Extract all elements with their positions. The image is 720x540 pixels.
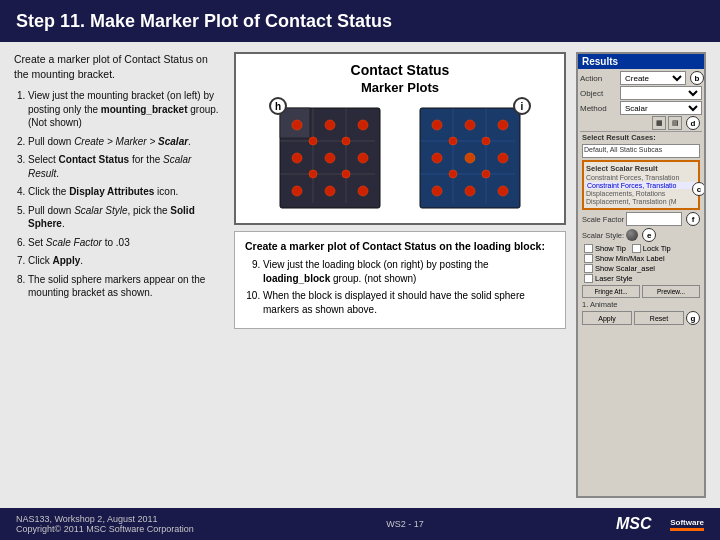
svg-point-35 xyxy=(449,170,457,178)
svg-point-13 xyxy=(325,186,335,196)
svg-point-17 xyxy=(309,170,317,178)
results-inner: Action Create b Object xyxy=(578,69,704,329)
label-e: e xyxy=(642,228,656,242)
svg-point-24 xyxy=(432,120,442,130)
checkbox-show-tip: Show Tip Lock Tip xyxy=(584,244,698,253)
scalar-asel-label: Show Scalar_asel xyxy=(595,264,655,273)
intro-text: Create a marker plot of Contact Status o… xyxy=(14,52,224,81)
scalar-result-1: Constraint Forces, Translation xyxy=(586,174,696,181)
laser-label: Laser Style xyxy=(595,274,633,283)
scalar-style-label: Scalar Style: xyxy=(582,231,624,240)
svg-point-16 xyxy=(342,137,350,145)
method-row: Method Scalar xyxy=(580,101,702,115)
left-column: Create a marker plot of Contact Status o… xyxy=(14,52,224,498)
svg-point-11 xyxy=(358,153,368,163)
label-b: b xyxy=(690,71,704,85)
content-area: Create a marker plot of Contact Status o… xyxy=(0,42,720,508)
svg-point-15 xyxy=(309,137,317,145)
scalar-result-4: Displacement, Translation (M xyxy=(586,198,696,205)
show-tip-checkbox[interactable] xyxy=(584,244,593,253)
panel-title: Results xyxy=(578,54,704,69)
method-select[interactable]: Scalar xyxy=(620,101,702,115)
sphere-icon xyxy=(626,229,638,241)
svg-point-14 xyxy=(358,186,368,196)
fringe-att-btn[interactable]: Fringe Att... xyxy=(582,285,640,298)
step-g: Click Apply. xyxy=(28,254,224,268)
action-row: Action Create b xyxy=(580,71,702,85)
scalar-asel-checkbox[interactable] xyxy=(584,264,593,273)
svg-point-27 xyxy=(432,153,442,163)
svg-point-28 xyxy=(465,153,475,163)
apply-btn[interactable]: Apply xyxy=(582,311,632,325)
icon-row: ▦ ▤ d xyxy=(580,116,702,130)
method-label: Method xyxy=(580,104,620,113)
svg-point-34 xyxy=(482,137,490,145)
object-label: Object xyxy=(580,89,620,98)
software-text: Software xyxy=(670,518,704,527)
center-column: Contact Status Marker Plots h xyxy=(234,52,566,498)
right-bracket: i xyxy=(415,103,525,215)
svg-point-33 xyxy=(449,137,457,145)
step-d: Click the Display Attributes icon. xyxy=(28,185,224,199)
scalar-result-box: Select Scalar Result Constraint Forces, … xyxy=(582,160,700,210)
step-i: View just the loading block (on right) b… xyxy=(263,258,555,285)
footer-line1: NAS133, Workshop 2, August 2011 xyxy=(16,514,194,524)
result-cases-value[interactable]: Default, All Static Subcas xyxy=(582,144,700,158)
steps-list: View just the mounting bracket (on left)… xyxy=(14,89,224,300)
footer-center: WS2 - 17 xyxy=(386,519,424,529)
laser-checkbox[interactable] xyxy=(584,274,593,283)
action-label: Action xyxy=(580,74,620,83)
marker-images: h xyxy=(244,103,556,215)
contact-status-box: Contact Status Marker Plots h xyxy=(234,52,566,225)
scalar-result-2[interactable]: Constraint Forces, Translatio xyxy=(586,182,696,189)
sphere-row: Scalar Style: e xyxy=(582,228,700,242)
lower-intro: Create a marker plot of Contact Status o… xyxy=(245,240,555,252)
lower-steps: View just the loading block (on right) b… xyxy=(245,258,555,316)
logo-bar xyxy=(670,528,704,531)
svg-point-32 xyxy=(498,186,508,196)
page-title: Step 11. Make Marker Plot of Contact Sta… xyxy=(16,11,392,32)
svg-point-9 xyxy=(292,153,302,163)
msc-logo-text: MSC xyxy=(616,511,666,538)
svg-point-29 xyxy=(498,153,508,163)
step-j: When the block is displayed it should ha… xyxy=(263,289,555,316)
minmax-label: Show Min/Max Label xyxy=(595,254,665,263)
lock-tip-checkbox[interactable] xyxy=(632,244,641,253)
display-icon-2[interactable]: ▤ xyxy=(668,116,682,130)
object-select[interactable] xyxy=(620,86,702,100)
animate-label: 1. Animate xyxy=(582,300,700,309)
scale-factor-input[interactable]: 0.31 xyxy=(626,212,682,226)
label-i: i xyxy=(513,97,531,115)
scale-factor-row: Scale Factor 0.31 f xyxy=(582,212,700,226)
svg-point-7 xyxy=(325,120,335,130)
scalar-result-title: Select Scalar Result xyxy=(586,164,696,173)
label-h: h xyxy=(269,97,287,115)
label-c: c xyxy=(692,182,706,196)
checkboxes-section: Show Tip Lock Tip Show Min/Max Label Sho… xyxy=(582,244,700,283)
box-subtitle: Marker Plots xyxy=(244,80,556,95)
checkbox-scalar-asel: Show Scalar_asel xyxy=(584,264,698,273)
software-logo-text: Software xyxy=(670,518,704,531)
svg-point-25 xyxy=(465,120,475,130)
step-c: Select Contact Status for the Scalar Res… xyxy=(28,153,224,180)
footer-left: NAS133, Workshop 2, August 2011 Copyrigh… xyxy=(16,514,194,534)
svg-point-30 xyxy=(432,186,442,196)
checkbox-minmax: Show Min/Max Label xyxy=(584,254,698,263)
svg-point-12 xyxy=(292,186,302,196)
step-f: Set Scale Factor to .03 xyxy=(28,236,224,250)
show-tip-label: Show Tip xyxy=(595,244,626,253)
step-a: View just the mounting bracket (on left)… xyxy=(28,89,224,130)
label-f: f xyxy=(686,212,700,226)
object-row: Object xyxy=(580,86,702,100)
reset-btn[interactable]: Reset xyxy=(634,311,684,325)
results-panel: Results Action Create b Object xyxy=(576,52,706,498)
display-icon-1[interactable]: ▦ xyxy=(652,116,666,130)
result-cases-label: Select Result Cases: xyxy=(580,131,702,143)
label-g: g xyxy=(686,311,700,325)
preview-btn[interactable]: Preview... xyxy=(642,285,700,298)
title-bar: Step 11. Make Marker Plot of Contact Sta… xyxy=(0,0,720,42)
minmax-checkbox[interactable] xyxy=(584,254,593,263)
action-select[interactable]: Create xyxy=(620,71,686,85)
step-e: Pull down Scalar Style, pick the Solid S… xyxy=(28,204,224,231)
msc-logo-svg: MSC xyxy=(616,511,666,535)
